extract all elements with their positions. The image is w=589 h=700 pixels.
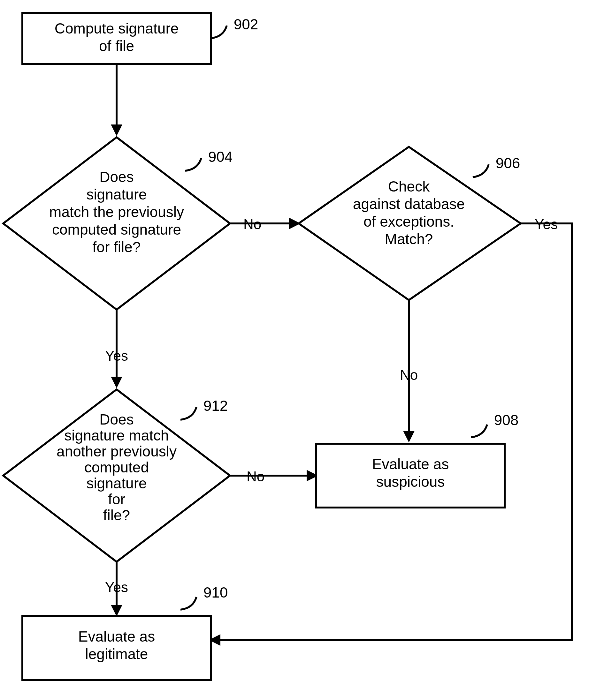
node-904-l4: computed signature [52, 221, 181, 238]
ref-910: 910 [203, 584, 228, 601]
ref-902: 902 [234, 16, 258, 33]
node-912-l4: computed [84, 459, 149, 475]
node-908-l2: suspicious [376, 473, 445, 490]
node-912-l7: file? [103, 507, 130, 523]
edge-912-910-label: Yes [105, 579, 128, 595]
node-912-l1: Does [100, 411, 134, 428]
edge-906-908-label: No [400, 367, 418, 383]
ref-912: 912 [203, 397, 228, 414]
node-912-l5: signature [86, 475, 147, 491]
node-906-l3: of exceptions. [364, 213, 454, 230]
ref-leader-902 [211, 26, 227, 38]
node-912-l2: signature match [64, 427, 169, 444]
edge-904-912-label: Yes [105, 348, 128, 364]
ref-leader-910 [180, 597, 196, 610]
node-910-l1: Evaluate as [78, 628, 155, 645]
ref-leader-904 [185, 158, 201, 171]
ref-908: 908 [494, 412, 519, 428]
node-904-l5: for file? [92, 239, 141, 255]
edge-904-906-label: No [243, 217, 261, 232]
node-912-l3: another previously [56, 443, 177, 460]
ref-leader-906 [473, 164, 489, 177]
ref-904: 904 [208, 148, 233, 165]
node-908-l1: Evaluate as [372, 456, 449, 472]
edge-906-910-label: Yes [535, 217, 558, 232]
node-908: Evaluate as suspicious [316, 444, 505, 507]
ref-leader-908 [471, 424, 487, 437]
node-902: Compute signature of file [22, 13, 211, 64]
ref-906: 906 [496, 155, 520, 171]
node-910: Evaluate as legitimate [22, 616, 211, 680]
node-902-line2: of file [99, 38, 134, 54]
node-902-line1: Compute signature [55, 20, 179, 37]
node-910-l2: legitimate [85, 646, 148, 662]
node-906-l4: Match? [385, 231, 433, 247]
node-912: Does signature match another previously … [3, 389, 230, 562]
node-904: Does signature match the previously comp… [3, 137, 230, 310]
node-906-l2: against database [353, 196, 465, 212]
edge-912-908-label: No [247, 468, 264, 484]
ref-leader-912 [180, 407, 196, 420]
node-904-l1: Does [100, 168, 134, 185]
node-912-l6: for [108, 491, 125, 507]
node-904-l2: signature [86, 186, 147, 203]
node-906-l1: Check [388, 178, 430, 195]
node-904-l3: match the previously [49, 204, 184, 220]
